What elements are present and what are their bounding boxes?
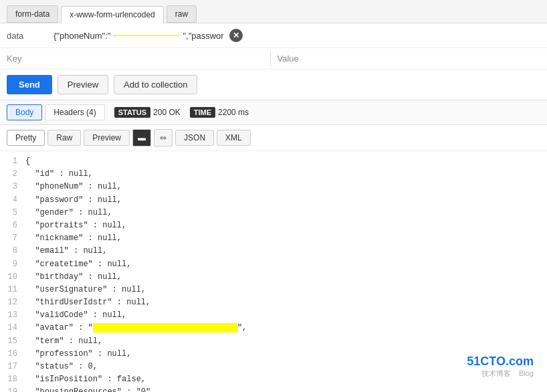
line-content: "thirdUserIdstr" : null, [25,296,150,309]
json-line: 3 "phoneNum" : null, [7,181,540,193]
json-line: 13 "validCode" : null, [7,309,540,322]
json-line: 12 "thirdUserIdstr" : null, [7,296,540,309]
line-content: "email" : null, [25,245,107,258]
fmt-pretty[interactable]: Pretty [7,130,45,146]
line-content: "birthday" : null, [25,271,122,284]
line-number: 19 [7,386,25,392]
line-content: "profession" : null, [25,348,131,361]
json-line: 15 "term" : null, [7,335,540,348]
line-number: 17 [7,361,25,373]
send-button[interactable]: Send [7,75,52,94]
avatar-highlight [93,323,237,332]
add-to-collection-button[interactable]: Add to collection [114,75,197,94]
line-number: 8 [7,245,25,258]
data-phone-highlight [113,35,180,36]
data-suffix: ","passwor [183,31,223,41]
json-line: 17 "status" : 0, [7,361,540,373]
json-line: 9 "createtime" : null, [7,258,540,271]
fmt-xml[interactable]: XML [217,130,251,146]
kv-row: Key Value [0,48,547,70]
status-badge: STATUS 200 OK TIME 2200 ms [114,107,249,118]
line-content: { [25,155,30,168]
line-content: "housingResources" : "0", [25,386,155,392]
data-prefix: {"phoneNum":" [53,31,110,41]
json-line: 18 "isInPosition" : false, [7,373,540,386]
line-number: 4 [7,194,25,207]
line-content: "password" : null, [25,194,122,207]
json-line: 4 "password" : null, [7,194,540,207]
line-content: "term" : null, [25,335,102,348]
line-number: 16 [7,348,25,361]
data-label: data [7,31,47,41]
status-label: STATUS [114,107,150,118]
json-line: 5 "gender" : null, [7,207,540,219]
json-line: 19 "housingResources" : "0", [7,386,540,392]
response-tabs: Body Headers (4) STATUS 200 OK TIME 2200… [0,100,547,125]
json-lines: 1{2 "id" : null,3 "phoneNum" : null,4 "p… [7,155,540,392]
line-number: 15 [7,335,25,348]
tab-body[interactable]: Body [7,104,42,120]
line-content: "phoneNum" : null, [25,181,122,193]
line-content: "createtime" : null, [25,258,131,271]
tabs-bar: form-data x-www-form-urlencoded raw [0,0,547,23]
fmt-preview[interactable]: Preview [84,130,130,146]
line-content: "avatar" : " ", [25,322,247,334]
line-content: "status" : 0, [25,361,98,373]
tab-urlencoded[interactable]: x-www-form-urlencoded [61,6,163,23]
json-line: 6 "portraits" : null, [7,219,540,232]
fmt-json[interactable]: JSON [175,130,214,146]
json-line: 14 "avatar" : " ", [7,322,540,334]
json-line: 8 "email" : null, [7,245,540,258]
format-bar: Pretty Raw Preview ▬ ⇔ JSON XML [0,125,547,151]
data-value-container: {"phoneNum":" ","passwor ✕ [53,29,540,42]
json-line: 10 "birthday" : null, [7,271,540,284]
line-number: 13 [7,309,25,322]
time-value: 2200 ms [218,108,249,117]
data-row: data {"phoneNum":" ","passwor ✕ [0,23,547,48]
tab-headers[interactable]: Headers (4) [45,104,104,120]
line-number: 3 [7,181,25,193]
key-label: Key [7,51,270,66]
time-label: TIME [190,107,215,118]
fmt-icon-expand[interactable]: ⇔ [154,129,173,146]
preview-button[interactable]: Preview [58,75,108,94]
line-number: 14 [7,322,25,334]
tab-form-data[interactable]: form-data [7,5,58,23]
line-number: 1 [7,155,25,168]
line-number: 18 [7,373,25,386]
line-content: "gender" : null, [25,207,112,219]
fmt-icon-copy[interactable]: ▬ [132,129,151,146]
fmt-raw[interactable]: Raw [47,130,81,146]
line-content: "isInPosition" : false, [25,373,146,386]
line-content: "nickname" : null, [25,232,122,245]
line-number: 12 [7,296,25,309]
line-content: "portraits" : null, [25,219,126,232]
tab-raw[interactable]: raw [167,5,197,23]
json-line: 16 "profession" : null, [7,348,540,361]
json-content: 1{2 "id" : null,3 "phoneNum" : null,4 "p… [0,151,547,392]
value-label: Value [271,51,541,66]
json-line: 2 "id" : null, [7,168,540,181]
json-line: 1{ [7,155,540,168]
close-icon[interactable]: ✕ [229,29,243,42]
json-line: 11 "userSignature" : null, [7,284,540,296]
json-line: 7 "nickname" : null, [7,232,540,245]
line-number: 2 [7,168,25,181]
line-content: "id" : null, [25,168,93,181]
line-number: 5 [7,207,25,219]
line-number: 6 [7,219,25,232]
line-number: 11 [7,284,25,296]
line-content: "validCode" : null, [25,309,126,322]
status-value: 200 OK [153,108,181,117]
line-number: 9 [7,258,25,271]
action-row: Send Preview Add to collection [0,70,547,100]
line-content: "userSignature" : null, [25,284,146,296]
line-number: 10 [7,271,25,284]
line-number: 7 [7,232,25,245]
